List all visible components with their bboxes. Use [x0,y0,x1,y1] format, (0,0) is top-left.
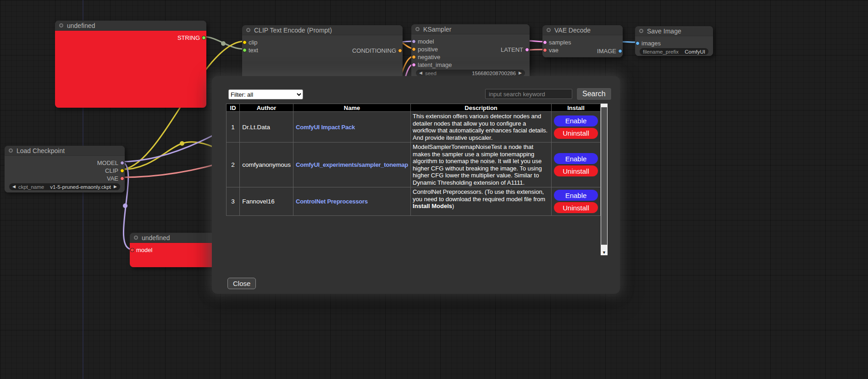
input-slot-vae[interactable]: vae [542,46,623,54]
input-slot-clip[interactable]: clip [242,38,403,46]
text-slot-icon[interactable] [243,48,247,52]
widget-label: ckpt_name [18,184,44,190]
search-input[interactable] [485,89,572,99]
slot-label: samples [549,39,571,46]
collapse-dot-icon[interactable] [134,236,138,240]
output-slot-clip[interactable]: CLIP [5,167,125,175]
slot-label: images [641,40,661,47]
latent-slot-icon[interactable] [412,63,416,67]
slot-label: vae [549,47,558,54]
extension-link[interactable]: ComfyUI_experiments/sampler_tonemap [296,161,408,168]
col-header-id: ID [227,104,240,112]
cell-name: ComfyUI Impact Pack [293,112,410,143]
conditioning-slot-icon[interactable] [412,47,416,51]
node-header[interactable]: KSampler [411,24,530,34]
input-slot-negative[interactable]: negative [411,53,530,61]
cell-author: comfyanonymous [240,143,293,187]
prev-arrow-icon[interactable]: ◀ [12,183,16,190]
string-slot-icon[interactable] [202,36,206,40]
node-header[interactable]: VAE Decode [542,25,623,35]
collapse-dot-icon[interactable] [415,27,420,31]
clip-slot-icon[interactable] [120,169,124,173]
node-undefined-top[interactable]: undefined STRING [55,21,206,108]
node-save-image[interactable]: Save Image images filename_prefix ComfyU… [635,26,713,56]
decrement-arrow-icon[interactable]: ◀ [419,70,422,77]
increment-arrow-icon[interactable]: ▶ [519,70,522,77]
node-title: Load Checkpoint [17,147,65,154]
vae-slot-icon[interactable] [120,176,124,181]
extensions-table: ID Author Name Description Install 1 Dr.… [226,104,601,216]
collapse-dot-icon[interactable] [547,28,551,32]
slot-label: model [136,247,152,253]
cell-author: Fannovel16 [240,187,293,216]
cell-description: ControlNet Preprocessors. (To use this e… [411,187,552,216]
scrollbar-thumb[interactable] [601,107,607,245]
cell-description: This extension offers various detector n… [411,112,552,143]
node-header[interactable]: Load Checkpoint [5,146,125,156]
enable-button[interactable]: Enable [554,190,598,201]
slot-label: positive [418,46,438,53]
ckpt-name-widget[interactable]: ◀ ckpt_name v1-5-pruned-emaonly.ckpt ▶ [9,183,120,190]
input-slot-model[interactable]: model [411,38,530,45]
filter-select[interactable]: Filter: all [228,89,303,99]
clip-slot-icon[interactable] [243,40,247,44]
image-slot-icon[interactable] [636,41,640,45]
node-load-checkpoint[interactable]: Load Checkpoint MODEL CLIP VAE ◀ ckpt_na… [5,146,125,192]
col-header-description: Description [411,104,552,112]
col-header-name: Name [293,104,410,112]
vae-slot-icon[interactable] [543,48,547,52]
extension-link[interactable]: ControlNet Preprocessors [296,198,368,205]
cell-author: Dr.Lt.Data [240,112,293,143]
node-title: undefined [67,22,95,29]
cell-install: Enable Uninstall [551,143,600,187]
slot-label: MODEL [97,159,118,166]
enable-button[interactable]: Enable [554,115,598,126]
wire-dot-clip [180,141,184,146]
output-slot-string[interactable]: STRING [55,34,206,42]
cell-description: ModelSamplerTonemapNoiseTest a node that… [411,143,552,187]
collapse-dot-icon[interactable] [59,23,63,27]
wire-dot-string [221,41,226,46]
scroll-down-arrow-icon[interactable]: ▼ [601,250,608,255]
cell-name: ComfyUI_experiments/sampler_tonemap [293,143,410,187]
input-slot-text[interactable]: text [242,46,403,54]
model-slot-icon[interactable] [130,248,134,252]
close-button[interactable]: Close [227,278,256,289]
output-slot-vae[interactable]: VAE [5,175,125,182]
input-slot-positive[interactable]: positive [411,45,530,53]
widget-value: v1-5-pruned-emaonly.ckpt [50,184,111,190]
model-slot-icon[interactable] [120,161,124,165]
output-slot-model[interactable]: MODEL [5,159,125,167]
extension-link[interactable]: ComfyUI Impact Pack [296,124,355,131]
collapse-dot-icon[interactable] [639,29,643,33]
input-slot-images[interactable]: images [635,39,713,47]
slot-label: text [249,47,258,54]
node-header[interactable]: CLIP Text Encode (Prompt) [242,25,403,35]
uninstall-button[interactable]: Uninstall [554,128,598,139]
next-arrow-icon[interactable]: ▶ [114,183,117,190]
dialog-scrollbar[interactable]: ▼ [601,104,608,255]
latent-slot-icon[interactable] [543,40,547,44]
enable-button[interactable]: Enable [554,153,598,164]
node-title: KSampler [423,26,451,33]
uninstall-button[interactable]: Uninstall [554,165,598,176]
uninstall-button[interactable]: Uninstall [554,202,598,213]
node-vae-decode[interactable]: VAE Decode IMAGE samples vae [542,25,623,57]
search-button[interactable]: Search [576,88,612,100]
input-slot-latent-image[interactable]: latent_image [411,61,530,69]
custom-nodes-manager-dialog: Filter: all Search ID Author Name Descri… [212,76,620,294]
collapse-dot-icon[interactable] [9,148,13,153]
node-header[interactable]: undefined [55,21,206,31]
slot-label: negative [418,54,440,60]
filename-prefix-widget[interactable]: filename_prefix ComfyUI [640,48,708,55]
conditioning-slot-icon[interactable] [412,55,416,59]
seed-widget[interactable]: ◀ seed 156680208700286 ▶ [416,70,525,77]
table-row: 2 comfyanonymous ComfyUI_experiments/sam… [227,143,601,187]
cell-name: ControlNet Preprocessors [293,187,410,216]
model-slot-icon[interactable] [412,39,416,44]
input-slot-samples[interactable]: samples [542,38,623,46]
collapse-dot-icon[interactable] [246,28,250,32]
slot-label: latent_image [418,61,452,68]
cell-id: 1 [227,112,240,143]
node-header[interactable]: Save Image [635,26,713,36]
